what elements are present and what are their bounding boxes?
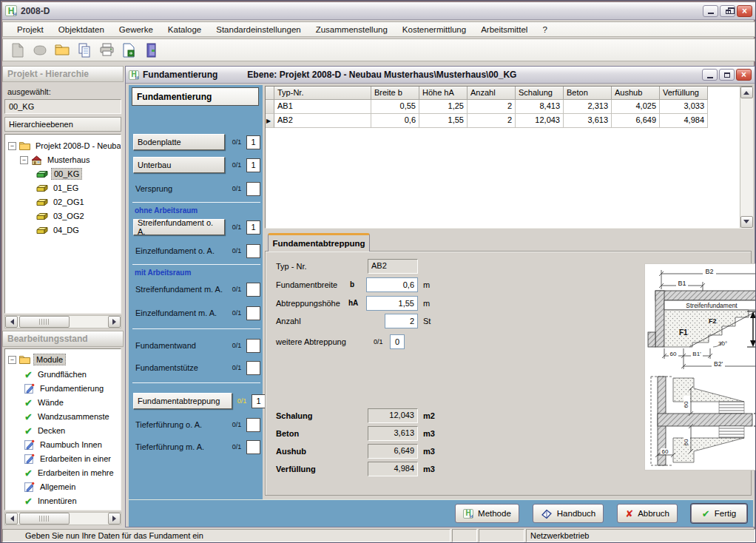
menu-help[interactable]: ? bbox=[536, 24, 553, 36]
tree-node-01eg[interactable]: 01_EG bbox=[36, 181, 81, 195]
column-header[interactable]: Höhe hA bbox=[419, 87, 468, 100]
table-cell[interactable]: 8,413 bbox=[516, 100, 564, 114]
table-cell[interactable]: 3,613 bbox=[564, 114, 612, 128]
tree-node-musterhaus[interactable]: − Musterhaus bbox=[20, 153, 92, 166]
tieferfuehrung-ma-label[interactable]: Tieferführung m. A. bbox=[133, 442, 227, 451]
module-label[interactable]: Erdarbeiten in mehre bbox=[36, 468, 116, 478]
module-label[interactable]: Innentüren bbox=[36, 496, 79, 506]
quantity-box[interactable] bbox=[246, 361, 260, 375]
module-label[interactable]: Allgemein bbox=[38, 482, 78, 492]
column-header[interactable]: Verfüllung bbox=[660, 87, 708, 100]
table-row[interactable]: AB1 0,55 1,25 2 8,413 2,313 4,025 3,033 bbox=[266, 100, 740, 114]
streifenfundament-ma-label[interactable]: Streifenfundament m. A. bbox=[133, 285, 227, 294]
module-minimize-button[interactable] bbox=[702, 69, 718, 81]
hierarchy-hscrollbar[interactable] bbox=[4, 315, 121, 328]
fundamentabtreppung-button[interactable]: Fundamentabtreppung bbox=[133, 393, 232, 409]
module-label[interactable]: Wände bbox=[36, 397, 66, 408]
collapse-icon[interactable]: − bbox=[8, 356, 16, 364]
scroll-left-icon[interactable] bbox=[5, 316, 18, 328]
tree-node-label[interactable]: Module bbox=[33, 354, 66, 365]
open-object-icon[interactable] bbox=[31, 41, 49, 59]
module-label[interactable]: Fundamentierung bbox=[38, 383, 106, 394]
versprung-label[interactable]: Versprung bbox=[133, 184, 227, 193]
tree-node-module[interactable]: − Module bbox=[8, 353, 66, 366]
open-folder-icon[interactable] bbox=[53, 41, 71, 59]
scroll-up-icon[interactable] bbox=[740, 87, 753, 98]
weitere-abtreppung-input[interactable] bbox=[390, 334, 405, 349]
table-cell[interactable]: 2,313 bbox=[564, 100, 612, 114]
table-cell[interactable]: 3,033 bbox=[660, 100, 708, 114]
module-close-button[interactable]: × bbox=[736, 69, 752, 81]
module-item[interactable]: ✔ Innentüren bbox=[24, 494, 79, 507]
module-item[interactable]: Allgemein bbox=[24, 480, 78, 493]
module-maximize-button[interactable] bbox=[719, 69, 735, 81]
menu-zusammenstellung[interactable]: Zusammenstellung bbox=[309, 24, 394, 36]
scroll-right-icon[interactable] bbox=[108, 513, 121, 525]
table-cell[interactable]: 12,043 bbox=[516, 114, 564, 128]
quantity-box[interactable]: 1 bbox=[246, 135, 260, 149]
fundamentstuetze-label[interactable]: Fundamentstütze bbox=[133, 363, 227, 372]
tree-node-label[interactable]: 00_KG bbox=[51, 168, 82, 180]
quantity-box[interactable] bbox=[246, 244, 260, 258]
fundamentbreite-input[interactable] bbox=[366, 277, 418, 292]
quantity-box[interactable] bbox=[246, 283, 260, 297]
column-header[interactable]: Anzahl bbox=[468, 87, 516, 100]
menu-objektdaten[interactable]: Objektdaten bbox=[52, 24, 111, 36]
restore-button[interactable] bbox=[720, 5, 735, 17]
collapse-icon[interactable]: − bbox=[20, 156, 28, 164]
quantity-box[interactable] bbox=[246, 418, 260, 432]
table-cell[interactable]: 4,025 bbox=[612, 100, 660, 114]
print-icon[interactable] bbox=[98, 41, 115, 59]
quantity-box[interactable] bbox=[246, 182, 260, 196]
module-item[interactable]: ✔ Wände bbox=[24, 396, 66, 409]
table-cell[interactable]: AB2 bbox=[274, 114, 371, 128]
scrollbar-thumb[interactable] bbox=[19, 513, 70, 525]
scroll-right-icon[interactable] bbox=[108, 316, 121, 328]
table-cell[interactable]: 4,984 bbox=[660, 114, 708, 128]
tree-node-project[interactable]: − Projekt 2008-D - Neubau bbox=[8, 139, 121, 152]
column-header[interactable]: Breite b bbox=[371, 87, 419, 100]
tree-node-label[interactable]: Projekt 2008-D - Neubau bbox=[33, 141, 121, 151]
collapse-icon[interactable]: − bbox=[8, 142, 16, 150]
tree-node-00kg[interactable]: 00_KG bbox=[36, 167, 82, 181]
tieferfuehrung-oa-label[interactable]: Tieferführung o. A. bbox=[133, 420, 227, 429]
menu-standardeinstellungen[interactable]: Standardeinstellungen bbox=[209, 24, 307, 36]
column-header[interactable]: Typ-Nr. bbox=[274, 87, 371, 100]
tree-node-label[interactable]: 01_EG bbox=[51, 183, 81, 193]
table-cell[interactable]: 2 bbox=[468, 114, 516, 128]
module-item[interactable]: ✔ Decken bbox=[24, 424, 67, 437]
module-label[interactable]: Grundflächen bbox=[36, 369, 89, 380]
tree-node-label[interactable]: 02_OG1 bbox=[51, 197, 87, 207]
module-item[interactable]: ✔ Wandzusammenste bbox=[24, 410, 112, 423]
table-cell[interactable]: AB1 bbox=[274, 100, 371, 114]
progress-hscrollbar[interactable] bbox=[4, 512, 121, 525]
exit-door-icon[interactable] bbox=[142, 41, 160, 59]
tree-node-label[interactable]: 04_DG bbox=[51, 225, 81, 235]
column-header[interactable]: Beton bbox=[564, 87, 612, 100]
unterbau-button[interactable]: Unterbau bbox=[133, 157, 225, 173]
module-label[interactable]: Wandzusammenste bbox=[36, 411, 112, 422]
module-item[interactable]: ✔ Erdarbeiten in mehre bbox=[24, 466, 116, 479]
menu-arbeitsmittel[interactable]: Arbeitsmittel bbox=[474, 24, 534, 36]
tree-node-label[interactable]: Musterhaus bbox=[45, 155, 92, 165]
column-header[interactable]: Schalung bbox=[516, 87, 564, 100]
module-item[interactable]: Erdarbeiten in einer bbox=[24, 452, 113, 465]
table-cell[interactable]: 6,649 bbox=[612, 114, 660, 128]
table-row-selected[interactable]: ▶ AB2 0,6 1,55 2 12,043 3,613 6,649 4,98… bbox=[266, 114, 740, 128]
table-cell[interactable]: 2 bbox=[468, 100, 516, 114]
table-cell[interactable]: 1,25 bbox=[419, 100, 468, 114]
export-icon[interactable] bbox=[120, 41, 138, 59]
quantity-box[interactable] bbox=[246, 306, 260, 320]
menu-gewerke[interactable]: Gewerke bbox=[112, 24, 160, 36]
module-label[interactable]: Decken bbox=[36, 425, 67, 436]
handbuch-button[interactable]: Handbuch bbox=[533, 504, 604, 523]
quantity-box[interactable] bbox=[246, 440, 260, 454]
quantity-box[interactable]: 1 bbox=[246, 220, 260, 235]
module-item[interactable]: Raumbuch Innen bbox=[24, 438, 104, 451]
einzelfundament-oa-label[interactable]: Einzelfundament o. A. bbox=[133, 246, 227, 255]
new-document-icon[interactable] bbox=[9, 41, 27, 59]
quantity-box[interactable] bbox=[246, 339, 260, 353]
table-cell[interactable]: 0,55 bbox=[371, 100, 419, 114]
anzahl-input[interactable] bbox=[385, 314, 418, 328]
abtreppungshoehe-input[interactable] bbox=[366, 296, 418, 311]
